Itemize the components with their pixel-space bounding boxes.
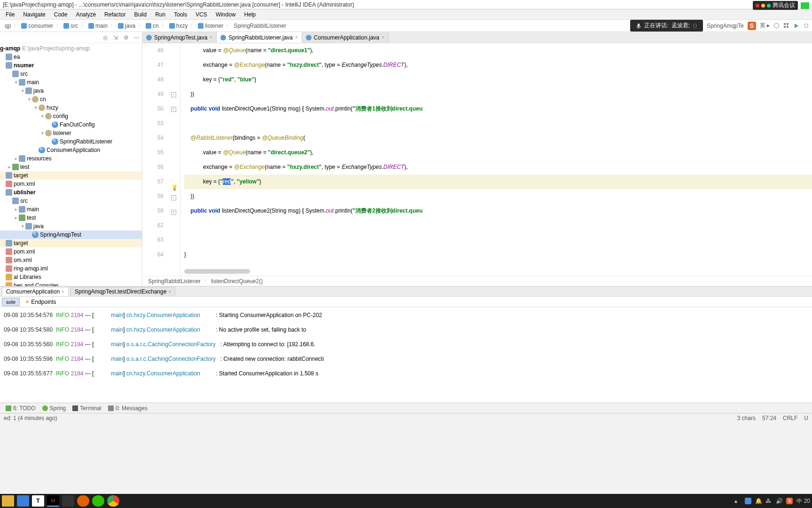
tray-sogou-icon[interactable]: S [786,498,793,504]
spring-tool[interactable]: Spring [39,405,69,412]
close-icon[interactable]: × [168,289,171,294]
code-breadcrumb[interactable]: SpringRabbitListener 〉 listenDirectQueue… [142,276,812,286]
tree-item[interactable]: SpringRabbitListener [0,137,142,146]
tree-item[interactable]: target [0,171,142,180]
run-config-tab[interactable]: ConsumerApplication× [2,287,69,296]
tree-item[interactable]: ▸main [0,205,142,214]
crumb-class[interactable]: SpringRabbitListener [148,278,201,285]
taskbar-firefox-icon[interactable] [77,495,89,507]
console-output[interactable]: 09-08 10:35:54:576 INFO 2184 --- [ main]… [0,307,812,403]
editor-tab[interactable]: SpringRabbitListener.java× [217,32,302,43]
tree-item[interactable]: al Libraries [0,273,142,281]
project-tree[interactable]: g-amqpE:\javaProject\spring-amqpeansumer… [0,43,142,286]
tree-item[interactable]: ▾listener [0,129,142,137]
window-max-icon[interactable] [801,2,809,9]
tree-item[interactable]: src [0,197,142,205]
tree-item[interactable]: ▾hxzy [0,103,142,112]
editor-tab[interactable]: SpringAmqpTest.java× [142,32,217,43]
breadcrumb-seg[interactable]: hxzy [167,22,190,30]
fold-mark-icon-2[interactable]: − [171,195,176,200]
menu-window[interactable]: Window [212,10,240,19]
breadcrumb-seg[interactable]: java [116,22,137,30]
menu-code[interactable]: Code [50,10,71,19]
expand-arrow-icon[interactable]: ▸ [13,207,19,212]
tree-item[interactable]: target [0,239,142,247]
code-editor[interactable]: 464748495053545556575859626364 − + 💡 − +… [142,43,812,276]
tree-item[interactable]: ▾config [0,112,142,120]
run-play-icon[interactable] [793,23,799,29]
intention-bulb-icon[interactable]: 💡 [171,181,178,187]
menu-file[interactable]: File [2,10,18,19]
expand-arrow-icon[interactable]: ▾ [26,97,32,102]
expand-arrow-icon[interactable]: ▸ [7,165,12,169]
tree-item[interactable]: src [0,70,142,78]
menu-run[interactable]: Run [151,10,169,19]
tree-item[interactable]: ring-amqp.iml [0,264,142,273]
crumb-method[interactable]: listenDirectQueue2() [211,278,263,285]
taskbar-vm-icon[interactable] [62,495,74,507]
tree-item[interactable]: ▸test [0,214,142,222]
fold-gutter[interactable]: − + 💡 − + [168,43,180,276]
system-tray[interactable]: ▴ 🔔 🖧 🔊 S 中 20 [734,497,810,505]
h-scroll-thumb[interactable] [184,269,250,274]
endpoints-tab[interactable]: ✦ Endpoints [21,297,60,307]
fold-plus-icon[interactable]: + [171,107,176,112]
menu-navigate[interactable]: Navigate [19,10,49,19]
tree-item[interactable]: ▾java [0,87,142,95]
tray-net-icon[interactable]: 🖧 [765,498,772,504]
expand-arrow-icon[interactable]: ▾ [33,105,39,110]
tray-shield-icon[interactable] [745,498,751,504]
expand-arrow-icon[interactable]: ▾ [39,114,45,119]
tree-item[interactable]: om.xml [0,256,142,264]
menu-analyze[interactable]: Analyze [72,10,100,19]
grid-icon[interactable] [783,23,789,29]
run-config-label[interactable]: SpringAmqpTe [707,23,744,29]
menu-build[interactable]: Build [130,10,150,19]
todo-tool[interactable]: 6: TODO [3,405,39,412]
mic-toolbar-icon[interactable] [773,23,780,29]
tree-item[interactable]: FanOutConfig [0,120,142,129]
tray-up-icon[interactable]: ▴ [734,498,741,504]
taskbar-app-icon[interactable] [17,495,29,507]
taskbar-text-icon[interactable]: T [32,495,44,507]
messages-tool[interactable]: 0: Messages [105,405,150,412]
expand-arrow-icon[interactable]: ▸ [13,156,19,161]
locate-icon[interactable]: ◎ [102,34,109,41]
close-icon[interactable]: × [62,289,64,294]
taskbar-explorer-icon[interactable] [2,495,14,507]
terminal-tool[interactable]: Terminal [70,405,104,412]
taskbar-intellij-icon[interactable]: IJ [47,495,59,507]
code-body[interactable]: value = @Queue(name = "direct.queue1"), … [180,43,812,276]
taskbar-wechat-icon[interactable] [92,495,104,507]
menu-vcs[interactable]: VCS [192,10,211,19]
tray-bell-icon[interactable]: 🔔 [755,498,762,504]
breadcrumb-seg[interactable]: consumer [19,22,55,30]
menu-help[interactable]: Help [241,10,260,19]
expand-arrow-icon[interactable]: ▾ [13,80,19,85]
tree-item[interactable]: ublisher [0,188,142,197]
hide-icon[interactable]: — [133,34,140,41]
close-icon[interactable]: × [382,35,384,40]
tencent-meeting-pill[interactable]: 腾讯会议 [753,1,798,10]
tree-item[interactable]: SpringAmqpTest [0,230,142,239]
tree-item[interactable]: ▾cn [0,95,142,103]
tree-item[interactable]: ▾java [0,222,142,230]
taskbar-chrome-icon[interactable] [107,495,119,507]
tree-item[interactable]: pom.xml [0,180,142,188]
tree-item[interactable]: nsumer [0,61,142,70]
settings-icon[interactable] [803,23,809,29]
console-tab[interactable]: sole [2,298,20,306]
editor-tab[interactable]: ConsumerApplication.java× [302,32,389,43]
windows-taskbar[interactable]: T IJ ▴ 🔔 🖧 🔊 S 中 20 [0,494,812,508]
menu-refactor[interactable]: Refactor [101,10,129,19]
breadcrumb-seg[interactable]: listener [196,22,225,30]
tree-item[interactable]: pom.xml [0,247,142,256]
breadcrumb-seg[interactable]: cn [144,22,161,30]
breadcrumb-seg[interactable]: main [86,22,109,30]
fold-plus-icon-2[interactable]: + [171,210,176,215]
tree-item[interactable]: ▸test [0,163,142,171]
menu-tools[interactable]: Tools [170,10,191,19]
breadcrumb-seg[interactable]: qp [3,22,13,30]
close-icon[interactable]: × [210,35,212,40]
tree-root[interactable]: g-amqpE:\javaProject\spring-amqp [0,44,142,53]
